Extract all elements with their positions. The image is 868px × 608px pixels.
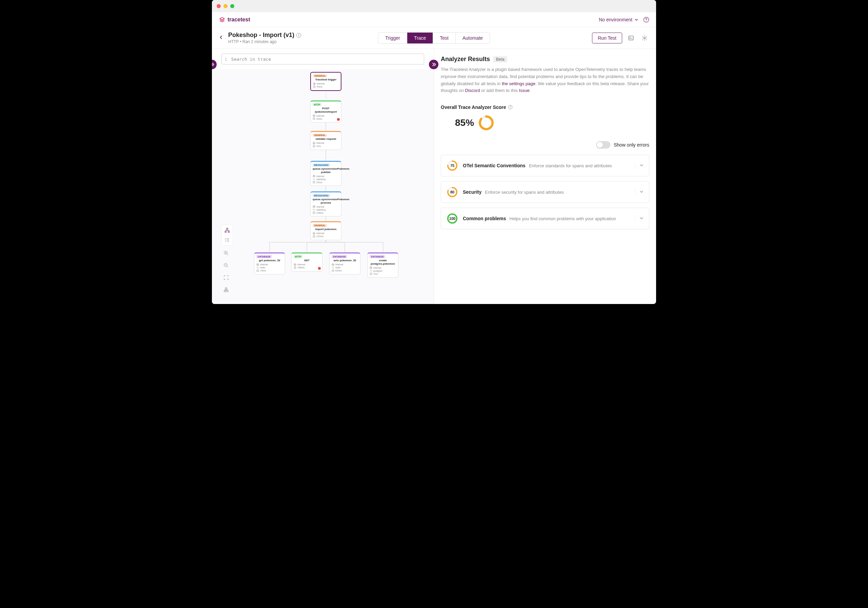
node-http-get[interactable]: HTTP GET internal 190ms (291, 252, 322, 271)
app-window: tracetest No environment Pokeshop - Impo… (212, 0, 656, 304)
main: 1 Search in trace General (212, 49, 656, 304)
view-list-button[interactable] (222, 235, 232, 245)
node-title: create postgres.pokemon (370, 259, 396, 265)
terminal-icon[interactable] (626, 33, 636, 43)
clock-icon (294, 266, 296, 269)
tab-trigger[interactable]: Trigger (378, 33, 407, 44)
view-graph-button[interactable] (222, 225, 232, 235)
link-icon (332, 266, 334, 269)
svg-rect-55 (224, 291, 226, 292)
clock-icon (313, 211, 315, 214)
tab-bar: Trigger Trace Test Automate (378, 32, 490, 44)
svg-rect-1 (629, 36, 633, 40)
node-validate-request[interactable]: General validate request internal 2ms (310, 131, 341, 150)
node-attr-text: redis (260, 266, 265, 269)
target-icon (332, 263, 334, 266)
tab-test[interactable]: Test (433, 33, 456, 44)
target-icon (256, 263, 259, 266)
clock-icon (313, 86, 316, 88)
expand-right-button[interactable] (429, 60, 439, 69)
topbar-right: No environment (599, 17, 649, 23)
discord-link[interactable]: Discord (465, 88, 480, 93)
issue-link[interactable]: Issue (519, 88, 530, 93)
node-title: setx pokemon_52 (332, 259, 358, 262)
node-attr-text: 190ms (298, 266, 304, 269)
score-section: Overall Trace Analyzer Score 85% (441, 104, 649, 131)
tab-automate[interactable]: Automate (456, 33, 490, 44)
rule-card-common-problems[interactable]: 100 Common problems Helps you find commo… (441, 208, 649, 229)
analyzer-title: Analyzer Results Beta (441, 56, 649, 63)
node-attr-text: internal (298, 263, 305, 266)
help-icon[interactable] (643, 17, 649, 23)
node-create-postgres[interactable]: Database create postgres.pokemon interna… (367, 252, 398, 278)
error-badge-icon (337, 118, 340, 121)
clock-icon (313, 181, 315, 183)
node-tag: Database (332, 255, 347, 258)
topbar: tracetest No environment (212, 12, 656, 27)
subheader: Pokeshop - Import (v1) i HTTP • Ran 2 mi… (212, 27, 656, 49)
node-queue-publish[interactable]: Messaging queue.synchronizePokemon publi… (310, 161, 341, 186)
minimap-button[interactable] (222, 285, 231, 294)
target-icon (313, 82, 316, 85)
svg-point-12 (314, 115, 314, 116)
node-get-pokemon[interactable]: Database get pokemon_52 internal redis 1… (254, 252, 285, 274)
rule-score: 80 (446, 186, 458, 198)
help-icon[interactable] (508, 105, 513, 110)
target-icon (313, 205, 315, 208)
analyzer-desc-text: . (530, 88, 531, 93)
info-icon[interactable]: i (296, 33, 301, 38)
node-tag: Messaging (313, 194, 330, 197)
node-tag: General (313, 134, 327, 137)
search-row: 1 Search in trace (212, 49, 434, 69)
node-post-import[interactable]: HTTP POST /pokemon/import internal 29ms (310, 100, 341, 123)
node-attr-text: 29ms (316, 118, 322, 120)
svg-point-36 (370, 267, 371, 268)
titlebar (212, 0, 656, 12)
node-attr-text: 7ms (373, 273, 378, 275)
settings-link[interactable]: the settings page (502, 81, 535, 86)
rule-card-security[interactable]: 80 Security Enforce security for spans a… (441, 181, 649, 203)
node-title: queue.synchronizePokemon process (313, 198, 339, 204)
target-icon (313, 142, 315, 145)
search-input[interactable]: 1 Search in trace (222, 54, 424, 64)
window-close-icon[interactable] (217, 4, 221, 8)
svg-point-18 (314, 176, 314, 176)
node-attr-text: postgres (373, 270, 383, 272)
node-attr-text: rabbitmq (316, 178, 326, 180)
svg-point-41 (225, 238, 226, 239)
env-selector[interactable]: No environment (599, 17, 639, 22)
show-only-errors-toggle[interactable] (596, 141, 610, 149)
env-selector-label: No environment (599, 17, 632, 22)
svg-point-27 (257, 264, 258, 264)
logo-icon (219, 16, 225, 23)
svg-point-30 (294, 264, 295, 264)
target-icon (313, 232, 315, 235)
rule-card-otel[interactable]: 75 OTel Semantic Conventions Enforce sta… (441, 155, 649, 176)
svg-rect-40 (228, 232, 229, 232)
page-title-text: Pokeshop - Import (v1) (228, 31, 294, 39)
target-icon (313, 175, 315, 177)
node-attr-text: internal (317, 82, 324, 85)
analyzer-title-text: Analyzer Results (441, 56, 490, 63)
zoom-out-button[interactable] (222, 261, 231, 270)
node-attr-text: 2ms (316, 145, 321, 147)
node-attr-text: internal (373, 267, 381, 269)
window-minimize-icon[interactable] (223, 4, 228, 8)
tab-trace[interactable]: Trace (407, 33, 433, 44)
back-button[interactable] (219, 34, 223, 41)
window-zoom-icon[interactable] (230, 4, 234, 8)
node-import-pokemon[interactable]: General import pokemon internal 215ms (310, 221, 341, 240)
run-test-button[interactable]: Run Test (592, 33, 622, 44)
node-queue-process[interactable]: Messaging queue.synchronizePokemon proce… (310, 191, 341, 216)
zoom-in-button[interactable] (222, 248, 231, 258)
logo[interactable]: tracetest (219, 16, 250, 23)
settings-icon[interactable] (640, 33, 649, 43)
node-setx-pokemon[interactable]: Database setx pokemon_52 internal redis … (329, 252, 360, 274)
svg-point-59 (480, 117, 492, 129)
node-attr-text: internal (316, 232, 324, 235)
node-tracetest-trigger[interactable]: General Tracetest trigger internal 45ms (310, 72, 341, 91)
rule-score: 75 (446, 160, 458, 171)
fit-view-button[interactable] (222, 273, 231, 282)
trace-diagram[interactable]: General Tracetest trigger internal 45ms … (212, 69, 434, 304)
trace-pane: 1 Search in trace General (212, 49, 434, 304)
